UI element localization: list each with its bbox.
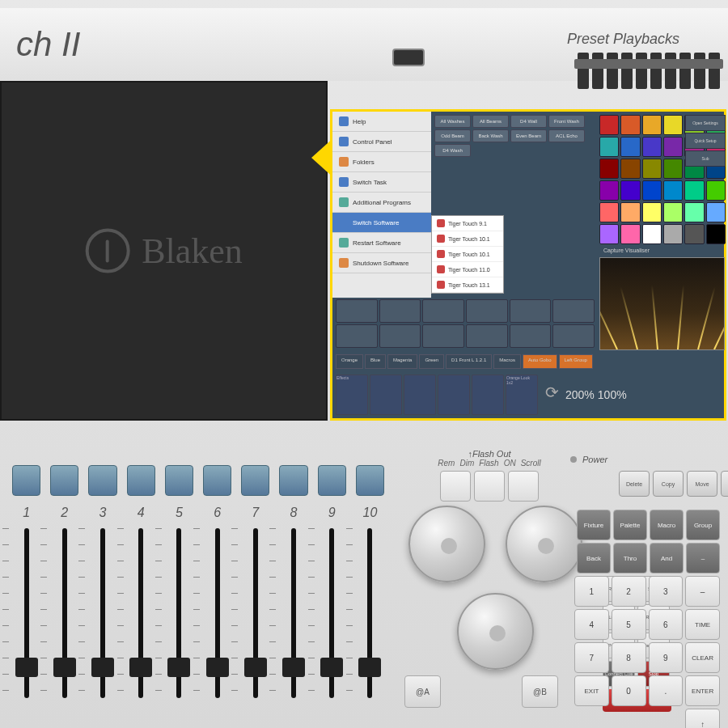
colour-swatch[interactable] [663, 115, 683, 135]
colour-swatch[interactable] [663, 224, 683, 244]
refresh-icon[interactable]: ⟳ [540, 383, 564, 407]
encoder-wheel-c[interactable] [457, 593, 534, 670]
menu-item[interactable]: Switch Software [332, 213, 431, 233]
colour-swatch[interactable] [599, 202, 619, 222]
colour-swatch[interactable] [620, 115, 640, 135]
group-button[interactable]: Even Beam [510, 129, 547, 142]
side-button[interactable]: Open Settings [685, 115, 726, 131]
playback-button[interactable] [127, 465, 155, 496]
fixture-key[interactable]: Fixture [577, 510, 611, 540]
side-button[interactable]: Sub [685, 150, 726, 167]
playback-button[interactable] [241, 465, 269, 496]
colour-swatch[interactable] [599, 224, 619, 244]
tab[interactable]: Magenta [387, 354, 417, 369]
fixture-cell[interactable] [379, 324, 421, 348]
macro-key[interactable]: Macro [650, 510, 684, 540]
playback-cell[interactable] [472, 375, 504, 415]
preset-fader[interactable] [665, 53, 676, 89]
playback-cell[interactable] [404, 375, 436, 415]
fixture-cell[interactable] [552, 299, 595, 323]
preset-fader[interactable] [636, 53, 647, 89]
playback-cell[interactable] [370, 375, 402, 415]
fixture-cell[interactable] [510, 299, 552, 323]
keypad-key[interactable]: 2 [612, 576, 646, 607]
side-button[interactable]: Quick Setup [685, 133, 726, 149]
colour-swatch[interactable] [684, 180, 704, 201]
keypad-key[interactable]: 1 [574, 576, 609, 607]
fader[interactable] [318, 528, 346, 698]
fixture-cell[interactable] [510, 324, 552, 348]
keypad-key[interactable]: 8 [612, 642, 646, 673]
fader[interactable] [203, 528, 231, 698]
menu-item[interactable]: Switch Task [332, 172, 431, 193]
playback-cell[interactable]: Orange Look 1v2 [506, 375, 538, 415]
playback-cell[interactable]: Effects [336, 375, 368, 415]
group-button[interactable]: All Washes [434, 115, 471, 128]
submenu-item[interactable]: Tiger Touch 10.1 [432, 231, 503, 247]
move-button[interactable]: Move [687, 471, 717, 497]
encoder-wheel-a[interactable] [408, 506, 485, 582]
colour-swatch[interactable] [599, 137, 619, 157]
keypad-key[interactable]: ↑ [685, 709, 720, 728]
colour-swatch[interactable] [642, 159, 662, 179]
palette-key[interactable]: Palette [613, 510, 647, 540]
fader[interactable] [279, 528, 307, 698]
fixture-cell[interactable] [466, 324, 508, 348]
group-button[interactable]: Front Wash [548, 115, 585, 128]
colour-swatch[interactable] [642, 202, 662, 222]
keypad-key[interactable]: CLEAR [685, 642, 720, 673]
playback-button[interactable] [12, 465, 40, 496]
fixture-cell[interactable] [422, 299, 464, 323]
fixture-cell[interactable] [336, 324, 378, 348]
fixture-cell[interactable] [552, 324, 595, 348]
colour-swatch[interactable] [663, 137, 683, 157]
tab[interactable]: Blue [365, 354, 386, 369]
colour-swatch[interactable] [620, 224, 640, 244]
fixture-cell[interactable] [422, 324, 464, 348]
colour-swatch[interactable] [599, 115, 619, 135]
menu-item[interactable]: Control Panel [332, 132, 431, 152]
fader[interactable] [165, 528, 193, 698]
keypad-key[interactable]: 6 [649, 609, 684, 640]
group-button[interactable]: ACL Echo [548, 129, 585, 142]
key[interactable]: Back [577, 543, 611, 574]
fader[interactable] [356, 528, 384, 698]
colour-swatch[interactable] [620, 159, 640, 179]
group-button[interactable]: D4 Wash [434, 144, 471, 157]
keypad-key[interactable]: 5 [612, 609, 646, 640]
fader[interactable] [50, 528, 78, 698]
delete-button[interactable]: Delete [619, 471, 650, 497]
fader[interactable] [12, 528, 40, 698]
preset-fader[interactable] [578, 53, 589, 89]
keypad-key[interactable]: 4 [574, 609, 609, 640]
colour-swatch[interactable] [706, 202, 726, 222]
colour-swatch[interactable] [663, 202, 683, 222]
playback-button[interactable] [88, 465, 116, 496]
playback-button[interactable] [203, 465, 231, 496]
fixture-cell[interactable] [379, 299, 421, 323]
submenu-item[interactable]: Tiger Touch 9.1 [432, 216, 503, 231]
colour-swatch[interactable] [599, 180, 619, 201]
colour-swatch[interactable] [620, 137, 640, 157]
colour-swatch[interactable] [706, 180, 726, 201]
tab[interactable]: D1 Front L 1.2.1 [446, 354, 492, 369]
group-key[interactable]: Group [686, 510, 720, 540]
preset-fader[interactable] [694, 53, 705, 89]
tab[interactable]: Auto Gobo [523, 354, 557, 369]
colour-swatch[interactable] [684, 224, 704, 244]
colour-swatch[interactable] [663, 159, 683, 179]
colour-swatch[interactable] [642, 180, 662, 201]
menu-item[interactable]: Folders [332, 152, 431, 172]
playback-cell[interactable] [438, 375, 470, 415]
keypad-key[interactable]: 9 [649, 642, 684, 673]
menu-item[interactable]: Restart Software [332, 233, 431, 253]
colour-swatch[interactable] [642, 115, 662, 135]
colour-swatch[interactable] [684, 202, 704, 222]
preset-fader[interactable] [621, 53, 633, 89]
group-button[interactable]: Odd Beam [434, 129, 471, 142]
tab[interactable]: Green [419, 354, 444, 369]
wheel-a-button[interactable]: @A [404, 675, 441, 708]
colour-swatch[interactable] [599, 159, 619, 179]
colour-swatch[interactable] [642, 224, 662, 244]
key[interactable]: And [650, 543, 684, 574]
